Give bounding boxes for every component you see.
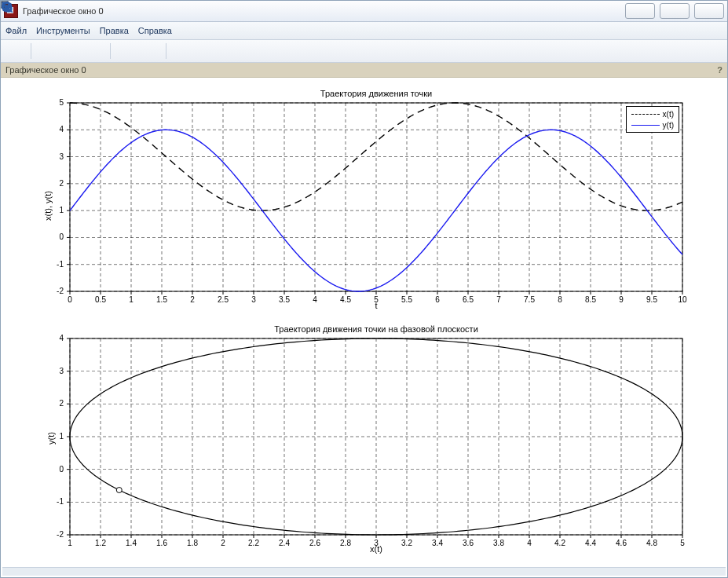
zoom-out-icon[interactable] bbox=[85, 42, 104, 60]
plot-top: Траектория движения точки x(t), y(t) t 0… bbox=[70, 103, 682, 291]
svg-text:2: 2 bbox=[59, 179, 64, 188]
svg-text:3.4: 3.4 bbox=[432, 539, 443, 547]
svg-text:-2: -2 bbox=[57, 530, 64, 539]
menu-tools[interactable]: Инструменты bbox=[36, 26, 90, 35]
svg-text:4: 4 bbox=[59, 334, 64, 342]
figure-canvas: Траектория движения точки x(t), y(t) t 0… bbox=[7, 79, 721, 568]
svg-text:2: 2 bbox=[190, 295, 195, 304]
plot-bottom-title: Траектория движения точки на фазовой пло… bbox=[70, 324, 682, 334]
legend-item-xt: x(t) bbox=[631, 108, 674, 119]
svg-text:5.5: 5.5 bbox=[401, 295, 412, 304]
svg-text:1.2: 1.2 bbox=[95, 539, 106, 547]
svg-text:10: 10 bbox=[678, 295, 687, 304]
window-title: Графическое окно 0 bbox=[23, 6, 104, 16]
plot-top-svg: 00.511.522.533.544.555.566.577.588.599.5… bbox=[70, 103, 682, 291]
svg-text:1: 1 bbox=[59, 432, 64, 441]
svg-text:1.6: 1.6 bbox=[156, 539, 167, 547]
toolbar: ? bbox=[1, 40, 727, 63]
plot-top-ylabel: x(t), y(t) bbox=[43, 191, 53, 221]
svg-text:2.6: 2.6 bbox=[309, 539, 320, 547]
svg-text:2: 2 bbox=[59, 399, 64, 408]
svg-text:3: 3 bbox=[374, 539, 379, 547]
svg-text:4: 4 bbox=[313, 295, 317, 304]
plot-top-legend: x(t) y(t) bbox=[626, 106, 679, 133]
menu-edit[interactable]: Правка bbox=[100, 26, 129, 35]
subheader-label: Графическое окно 0 bbox=[5, 65, 86, 75]
svg-text:3.6: 3.6 bbox=[463, 539, 474, 547]
svg-text:9.5: 9.5 bbox=[646, 295, 657, 304]
svg-text:-1: -1 bbox=[57, 497, 64, 506]
toolbar-separator bbox=[31, 43, 31, 59]
svg-text:2.4: 2.4 bbox=[279, 539, 290, 547]
svg-text:1.8: 1.8 bbox=[187, 539, 198, 547]
legend-item-yt: y(t) bbox=[631, 119, 674, 130]
svg-text:6: 6 bbox=[435, 295, 440, 304]
legend-label-yt: y(t) bbox=[663, 121, 674, 130]
svg-text:3.5: 3.5 bbox=[279, 295, 290, 304]
svg-text:-1: -1 bbox=[57, 260, 64, 269]
plot-bottom-svg: 11.21.41.61.822.22.42.62.833.23.43.63.84… bbox=[70, 338, 682, 535]
status-strip bbox=[2, 567, 726, 576]
svg-text:1: 1 bbox=[59, 206, 64, 214]
subheader-help[interactable]: ? bbox=[717, 65, 723, 75]
minimize-button[interactable] bbox=[625, 3, 655, 19]
menubar: Файл Инструменты Правка Справка bbox=[1, 22, 727, 40]
svg-text:1: 1 bbox=[129, 295, 134, 304]
plot-top-title: Траектория движения точки bbox=[70, 89, 682, 98]
rotate-icon[interactable] bbox=[5, 42, 24, 60]
toolbar-separator bbox=[110, 43, 111, 59]
legend-swatch-blue bbox=[631, 125, 660, 126]
svg-text:8.5: 8.5 bbox=[585, 295, 596, 304]
svg-text:1.4: 1.4 bbox=[126, 539, 137, 547]
svg-text:0: 0 bbox=[59, 232, 64, 241]
legend-swatch-dash bbox=[631, 114, 660, 115]
svg-text:7.5: 7.5 bbox=[524, 295, 535, 304]
svg-text:1: 1 bbox=[68, 539, 72, 547]
svg-text:2.8: 2.8 bbox=[340, 539, 351, 547]
svg-text:0: 0 bbox=[59, 465, 64, 474]
svg-text:4: 4 bbox=[527, 539, 532, 547]
zoom-box-icon[interactable] bbox=[38, 42, 57, 60]
plot-bottom: Траектория движения точки на фазовой пло… bbox=[70, 338, 682, 535]
svg-text:8: 8 bbox=[558, 295, 562, 304]
svg-text:0: 0 bbox=[68, 295, 72, 304]
svg-text:6.5: 6.5 bbox=[463, 295, 474, 304]
window-buttons bbox=[625, 3, 724, 19]
toolbar-separator bbox=[166, 43, 166, 59]
maximize-button[interactable] bbox=[660, 3, 690, 19]
data-tip-icon[interactable] bbox=[141, 42, 159, 60]
svg-text:3: 3 bbox=[59, 152, 64, 161]
menu-help[interactable]: Справка bbox=[138, 26, 172, 35]
svg-text:4.4: 4.4 bbox=[585, 539, 596, 547]
svg-text:3: 3 bbox=[59, 367, 64, 375]
svg-text:0.5: 0.5 bbox=[95, 295, 106, 304]
svg-text:2.2: 2.2 bbox=[248, 539, 259, 547]
legend-label-xt: x(t) bbox=[663, 110, 674, 119]
svg-text:2: 2 bbox=[221, 539, 225, 547]
svg-text:4: 4 bbox=[59, 125, 64, 134]
svg-text:4.5: 4.5 bbox=[340, 295, 351, 304]
zoom-in-icon[interactable] bbox=[61, 42, 80, 60]
menu-file[interactable]: Файл bbox=[5, 26, 27, 35]
svg-text:-2: -2 bbox=[57, 287, 64, 295]
subheader: Графическое окно 0 ? bbox=[1, 63, 727, 78]
svg-text:2.5: 2.5 bbox=[218, 295, 229, 304]
svg-text:3: 3 bbox=[251, 295, 256, 304]
svg-text:3.8: 3.8 bbox=[493, 539, 504, 547]
titlebar: Графическое окно 0 bbox=[1, 1, 727, 22]
svg-text:1.5: 1.5 bbox=[156, 295, 167, 304]
svg-text:9: 9 bbox=[619, 295, 624, 304]
pan-icon[interactable] bbox=[117, 42, 136, 60]
svg-text:4.2: 4.2 bbox=[554, 539, 565, 547]
svg-text:?: ? bbox=[5, 4, 9, 12]
svg-text:5: 5 bbox=[680, 539, 685, 547]
close-button[interactable] bbox=[694, 3, 724, 19]
svg-point-192 bbox=[116, 488, 122, 493]
svg-text:4.6: 4.6 bbox=[616, 539, 627, 547]
svg-text:7: 7 bbox=[496, 295, 501, 304]
svg-text:5: 5 bbox=[374, 295, 379, 304]
svg-text:5: 5 bbox=[59, 98, 64, 107]
svg-text:3.2: 3.2 bbox=[401, 539, 412, 547]
app-window: Графическое окно 0 Файл Инструменты Прав… bbox=[0, 0, 728, 578]
help-icon[interactable]: ? bbox=[173, 42, 192, 60]
